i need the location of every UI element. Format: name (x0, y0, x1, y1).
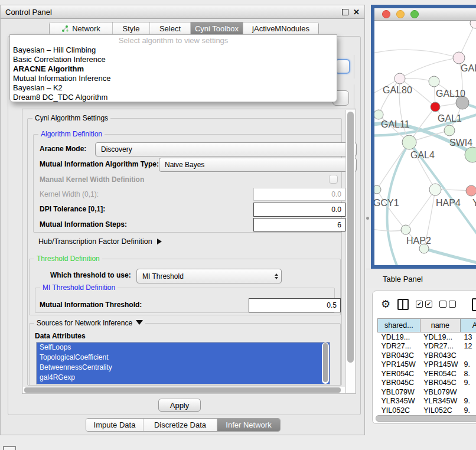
bottom-left-partial-button[interactable] (3, 446, 16, 450)
tab-network[interactable]: Network (50, 22, 113, 35)
settings-horizontal-scrollbar[interactable] (23, 387, 345, 393)
node-label: GAL (461, 63, 476, 73)
select-all-columns-button[interactable]: ✔ ✔ (416, 301, 432, 308)
tab-cyni-toolbox[interactable]: Cyni Toolbox (191, 22, 243, 35)
kernel-width-field[interactable]: 0.0 (253, 188, 345, 201)
tab-discretize-data[interactable]: Discretize Data (144, 419, 217, 431)
mi-steps-value: 6 (337, 221, 341, 229)
node-label: GAL4 (410, 150, 435, 160)
network-node[interactable] (470, 21, 476, 28)
algorithm-option[interactable]: ARACNE Algorithm (10, 64, 337, 74)
network-node-gal11[interactable] (374, 110, 383, 119)
control-panel-window: Control Panel ✕ NetworkStyleSelectCyni T… (0, 5, 365, 435)
aracne-mode-combobox[interactable]: Discovery (95, 142, 357, 156)
close-icon: ✕ (353, 8, 360, 16)
attribute-item[interactable]: BetweennessCentrality (37, 363, 330, 373)
network-node-gal[interactable] (453, 52, 465, 64)
network-node-gal4[interactable] (402, 135, 416, 149)
tab-select[interactable]: Select (150, 22, 191, 35)
hub-definition-label: Hub/Transcription Factor Definition (38, 237, 152, 246)
table-cell: YPR145W (378, 360, 420, 370)
settings-vertical-scrollbar[interactable] (345, 110, 355, 393)
node-label: GAL11 (381, 119, 410, 129)
cyni-settings-group-title: Cyni Algorithm Settings (32, 114, 110, 122)
attribute-item[interactable]: gal4RGexp (37, 373, 330, 383)
network-node-gcy1[interactable] (374, 185, 381, 194)
network-node-gal1[interactable] (444, 125, 455, 136)
mi-type-combobox[interactable]: Naive Bayes (159, 158, 357, 172)
control-panel-titlebar[interactable]: Control Panel ✕ (1, 5, 364, 19)
table-column-header[interactable]: name (420, 319, 460, 332)
table-row[interactable]: YLR345WYLR345W9. (378, 397, 476, 406)
table-cell: YLR345W (378, 397, 420, 406)
tab-label: Network (72, 24, 100, 33)
mi-steps-field[interactable]: 6 (253, 218, 345, 231)
tab-label: Cyni Toolbox (195, 24, 239, 33)
network-node-hap2[interactable] (401, 225, 410, 234)
table-row[interactable]: YBL079WYBL079W (378, 387, 476, 397)
dpi-tolerance-field[interactable]: 0.0 (253, 203, 345, 217)
attributes-scrollbar[interactable] (322, 343, 329, 384)
minimize-button[interactable] (396, 10, 405, 18)
tab-style[interactable]: Style (113, 22, 150, 35)
scrollbar-thumb[interactable] (376, 415, 476, 422)
network-canvas[interactable]: GALGAL80GAL10GAL1GAL11GAL4SWI4GCY1HAP4YH… (374, 21, 476, 265)
table-row[interactable]: YDR27...YDR27...12 (378, 342, 476, 351)
table-horizontal-scrollbar[interactable] (376, 415, 476, 421)
tab-impute-data[interactable]: Impute Data (86, 419, 144, 431)
manual-kernel-checkbox[interactable] (329, 175, 338, 184)
stepper-icon[interactable] (275, 273, 278, 279)
sources-group-title[interactable]: Sources for Network Inference (34, 319, 145, 327)
table-column-header[interactable]: shared... (378, 319, 420, 332)
network-node-gal80[interactable] (395, 73, 405, 84)
float-panel-button[interactable] (342, 9, 348, 15)
which-threshold-combobox[interactable]: MI Threshold (136, 269, 282, 283)
gear-icon[interactable]: ⚙ (381, 299, 390, 309)
attribute-item[interactable]: SelfLoops (37, 343, 330, 353)
columns-icon[interactable] (397, 299, 409, 310)
table-function-icon[interactable] (472, 298, 476, 311)
table-row[interactable]: YBR045CYBR045C9. (378, 379, 476, 388)
mi-threshold-label: Mutual Information Threshold: (40, 301, 142, 309)
table-panel-header[interactable]: Table Panel (366, 269, 476, 288)
table-row[interactable]: YER054CYER054C8. (378, 369, 476, 379)
table-row[interactable]: YBR043CYBR043C (378, 351, 476, 360)
tab-jactivemnodules[interactable]: jActiveMNodules (243, 22, 318, 35)
table-cell: YLR345W (420, 397, 460, 406)
splitpane-handle[interactable] (366, 217, 369, 220)
unchecked-checkbox-icon (439, 301, 446, 308)
algorithm-option[interactable]: Bayesian – Hill Climbing (10, 45, 337, 55)
close-button[interactable] (382, 10, 390, 18)
deselect-all-columns-button[interactable] (439, 301, 456, 308)
table-row[interactable]: YIL052CYIL052C9. (378, 406, 476, 415)
table-row[interactable]: YDL19...YDL19...13 (378, 332, 476, 342)
scrollbar-thumb[interactable] (323, 343, 328, 382)
network-node-hap4[interactable] (429, 184, 441, 195)
hub-definition-toggle[interactable]: Hub/Transcription Factor Definition (38, 237, 162, 246)
table-column-header[interactable]: A (460, 319, 476, 332)
scrollbar-thumb[interactable] (24, 387, 341, 393)
mi-threshold-field[interactable]: 0.5 (249, 298, 341, 312)
network-node[interactable] (431, 102, 440, 112)
algorithm-option[interactable]: Dream8 DC_TDC Algorithm (10, 93, 337, 102)
close-panel-button[interactable]: ✕ (353, 8, 360, 16)
table-row[interactable]: YPR145WYPR145W9. (378, 360, 476, 370)
attribute-item[interactable]: TopologicalCoefficient (37, 353, 330, 363)
node-label: GAL1 (438, 113, 462, 123)
threshold-definition-title: Threshold Definition (34, 255, 102, 263)
dpi-tolerance-label: DPI Tolerance [0,1]: (40, 205, 105, 213)
table-cell: YDR27... (420, 342, 460, 351)
tab-label: Style (123, 24, 140, 33)
network-window-titlebar[interactable] (374, 8, 476, 21)
node-label: GAL10 (436, 89, 465, 99)
zoom-button[interactable] (410, 10, 419, 18)
algorithm-option[interactable]: Bayesian – K2 (10, 83, 337, 93)
network-node-gal10[interactable] (429, 76, 439, 87)
algorithm-option[interactable]: Basic Correlation Inference (10, 55, 337, 64)
apply-button[interactable]: Apply (158, 399, 201, 412)
tab-infer-network[interactable]: Infer Network (217, 419, 280, 431)
algorithm-option[interactable]: Mutual Information Inference (10, 74, 337, 83)
scrollbar-thumb[interactable] (347, 112, 354, 363)
network-node-y[interactable] (466, 185, 476, 196)
table-cell: 9. (460, 360, 476, 370)
